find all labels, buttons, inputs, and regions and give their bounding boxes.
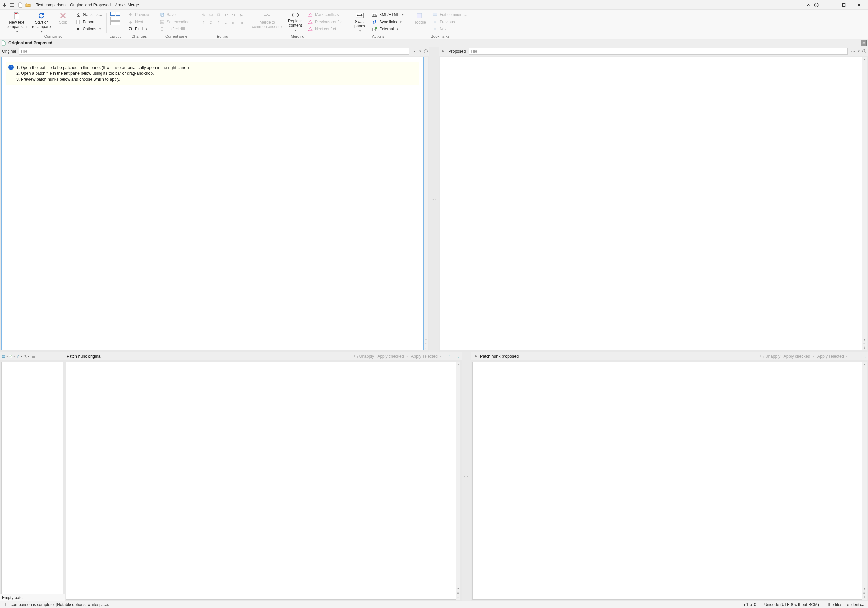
bookmark-icon bbox=[416, 12, 424, 20]
hamburger-icon[interactable] bbox=[10, 2, 15, 8]
apply-checked-button: Apply checked bbox=[783, 354, 814, 359]
content-area: Original File ⋯ ▼ i 1. Open the text fil… bbox=[0, 47, 868, 601]
redo-icon: ↷ bbox=[231, 12, 237, 18]
svg-rect-7 bbox=[161, 15, 163, 16]
next-conflict-button: Next conflict bbox=[306, 25, 345, 32]
start-recompare-button[interactable]: Start or recompare bbox=[30, 11, 53, 33]
patch-link-icon[interactable] bbox=[16, 353, 22, 359]
document-icon bbox=[1, 40, 6, 46]
new-doc-icon: + bbox=[13, 12, 20, 20]
open-folder-icon[interactable] bbox=[25, 2, 31, 8]
status-message: The comparison is complete. [Notable opt… bbox=[3, 602, 110, 607]
original-file-field[interactable]: File bbox=[19, 48, 409, 54]
ribbon-group-changes: Previous Next Find Changes bbox=[123, 11, 155, 39]
patch-proposed-editor[interactable] bbox=[472, 362, 862, 600]
window-title: Text comparison – Original and Proposed … bbox=[36, 3, 139, 7]
ribbon-group-current-pane: Save AあSet encoding… Unified diff Curren… bbox=[155, 11, 198, 39]
up-arrow-icon bbox=[128, 12, 133, 17]
apply-up-icon[interactable]: ⬚↑ bbox=[851, 353, 857, 359]
patch-original-editor[interactable] bbox=[66, 362, 456, 600]
diff-icon bbox=[160, 26, 165, 32]
undo-icon: ↶ bbox=[223, 12, 230, 18]
file-more-icon[interactable]: ⋯ bbox=[412, 49, 417, 54]
svg-text:+: + bbox=[15, 12, 17, 16]
patch-check-icon[interactable] bbox=[9, 353, 15, 359]
collapse-ribbon-icon[interactable] bbox=[806, 2, 811, 8]
layout-vertical-button[interactable] bbox=[110, 17, 120, 25]
ribbon-group-layout: Layout bbox=[107, 11, 123, 39]
layout-horizontal-button[interactable] bbox=[110, 12, 120, 16]
vertical-splitter-bottom[interactable]: ⋯ bbox=[462, 352, 471, 601]
find-button[interactable]: Find bbox=[126, 25, 152, 32]
statusbar: The comparison is complete. [Notable opt… bbox=[0, 601, 868, 608]
patch-list-box[interactable] bbox=[1, 362, 63, 594]
proposed-editor[interactable] bbox=[440, 57, 862, 350]
patch-search-icon[interactable] bbox=[23, 353, 29, 359]
external-button[interactable]: External bbox=[370, 25, 406, 32]
new-file-icon[interactable] bbox=[18, 2, 23, 8]
titlebar: Text comparison – Original and Proposed … bbox=[0, 0, 868, 10]
patch-original-label: Patch hunk original bbox=[67, 354, 101, 359]
svg-text:?: ? bbox=[815, 3, 817, 6]
new-text-comparison-button[interactable]: + New text comparison bbox=[5, 11, 29, 33]
ribbon-group-bookmarks: Toggle Edit comment… Previous Next Bookm… bbox=[408, 11, 472, 39]
proposed-label: Proposed bbox=[448, 49, 467, 54]
indent-up-icon: ↥ bbox=[201, 19, 207, 26]
ribbon-group-actions: Swap panes XMLXML/HTML Sync links Extern… bbox=[348, 11, 408, 39]
apply-down-icon[interactable]: ⬚↓ bbox=[860, 353, 866, 359]
statistics-button[interactable]: Statistics… bbox=[73, 11, 104, 18]
xml-html-button[interactable]: XMLXML/HTML bbox=[370, 11, 406, 18]
patch-proposed-scrollbar[interactable]: ▴▾≡⤓ bbox=[862, 362, 867, 600]
svg-point-20 bbox=[24, 355, 26, 357]
status-position: Ln 1 of 0 bbox=[741, 602, 756, 607]
warning-down-icon bbox=[308, 26, 313, 32]
ribbon-group-comparison: + New text comparison Start or recompare… bbox=[2, 11, 107, 39]
apply-down-icon[interactable]: ⬚↓ bbox=[454, 353, 460, 359]
file-history-icon[interactable] bbox=[423, 49, 428, 54]
proposed-scrollbar[interactable]: ▴▾≡⤓ bbox=[862, 57, 867, 350]
document-title: Original and Proposed bbox=[8, 41, 52, 45]
indent-icon: ⇥ bbox=[238, 19, 245, 26]
sort-desc-icon: ⇣ bbox=[223, 19, 230, 26]
patch-left-toolbar bbox=[0, 352, 65, 361]
replace-content-button[interactable]: Replace content bbox=[286, 11, 304, 33]
previous-bookmark-button: Previous bbox=[431, 18, 469, 25]
report-icon bbox=[75, 19, 81, 25]
proposed-file-field[interactable]: File bbox=[468, 48, 848, 54]
svg-rect-2 bbox=[843, 3, 845, 6]
copy-icon: ⧉ bbox=[216, 12, 222, 18]
vertical-splitter-top[interactable]: ⋯ bbox=[429, 47, 439, 352]
original-pane: Original File ⋯ ▼ i 1. Open the text fil… bbox=[0, 47, 429, 352]
stop-button: Stop bbox=[54, 11, 72, 33]
file-dropdown-icon[interactable]: ▼ bbox=[857, 50, 860, 53]
original-editor[interactable]: i 1. Open the text file to be patched in… bbox=[1, 57, 423, 350]
report-button[interactable]: Report… bbox=[73, 18, 104, 25]
options-button[interactable]: Options bbox=[73, 25, 104, 32]
svg-point-5 bbox=[78, 28, 79, 30]
pane-dot-icon bbox=[475, 355, 477, 357]
minimize-button[interactable] bbox=[822, 0, 836, 9]
maximize-button[interactable] bbox=[837, 0, 851, 9]
patch-list-icon[interactable] bbox=[31, 353, 37, 359]
save-icon bbox=[160, 12, 165, 17]
help-icon[interactable]: ? bbox=[814, 2, 819, 8]
file-more-icon[interactable]: ⋯ bbox=[851, 49, 855, 54]
refresh-icon bbox=[37, 12, 45, 20]
apply-up-icon[interactable]: ⬚↑ bbox=[445, 353, 451, 359]
warning-up-icon bbox=[308, 19, 313, 25]
file-dropdown-icon[interactable]: ▼ bbox=[418, 50, 422, 53]
sync-links-button[interactable]: Sync links bbox=[370, 18, 406, 25]
replace-icon bbox=[291, 12, 299, 18]
apply-selected-button: Apply selected bbox=[817, 354, 848, 359]
swap-panes-button[interactable]: Swap panes bbox=[350, 11, 369, 33]
pane-toggle-button[interactable]: ▭ bbox=[861, 40, 867, 46]
file-history-icon[interactable] bbox=[862, 49, 867, 54]
cut-icon: ✂ bbox=[208, 12, 215, 18]
original-scrollbar[interactable]: ▴▾≡⤓ bbox=[423, 57, 428, 350]
svg-text:Aあ: Aあ bbox=[160, 21, 164, 23]
original-label: Original bbox=[1, 49, 17, 54]
down-arrow-icon bbox=[128, 19, 133, 25]
patch-original-scrollbar[interactable]: ▴▾≡⤓ bbox=[456, 362, 460, 600]
patch-open-icon[interactable] bbox=[2, 353, 8, 359]
close-button[interactable] bbox=[852, 0, 866, 9]
